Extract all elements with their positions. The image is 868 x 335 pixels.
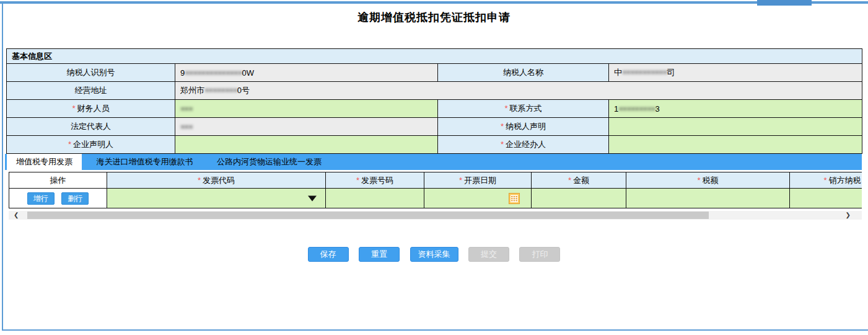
field-taxpayer-id: 9××××××××××××××0W [175,64,438,82]
label-text: 纳税人声明 [506,122,546,131]
required-marker: * [68,140,71,149]
row-operations-cell: 增行 删行 [9,189,107,208]
table-row: *财务人员 ××× *联系方式 1×××××××××3 [7,100,862,118]
required-marker: * [198,176,201,185]
label-text: 联系方式 [510,104,542,113]
label-text: 企业经办人 [506,140,546,149]
delete-row-button[interactable]: 删行 [61,192,89,205]
field-taxpayer-name: 中×××××××××××司 [609,64,862,82]
print-button: 打印 [519,247,560,262]
invoice-number-input[interactable] [326,189,424,208]
action-button-bar: 保存 重置 资料采集 提交 打印 [0,247,868,262]
invoice-data-row: 增行 删行 [9,189,862,208]
dropdown-arrow-icon[interactable] [308,195,317,201]
required-marker: * [823,176,826,185]
field-legal-rep: ××× [175,118,438,136]
tab-road-inland-waterway-freight-invoice[interactable]: 公路内河货物运输业统一发票 [208,154,331,170]
table-row: 法定代表人 ××× *纳税人声明 [7,118,862,136]
col-header-tax-amount: *税额 [626,172,790,189]
value-text: 司 [667,68,675,77]
page-title: 逾期增值税抵扣凭证抵扣申请 [0,10,868,25]
required-marker: * [697,176,700,185]
masked-value: ××× [180,122,193,132]
required-marker: * [501,122,504,131]
invoice-type-tabbar: 增值税专用发票 海关进口增值税专用缴款书 公路内河货物运输业统一发票 [5,154,862,170]
horizontal-scrollbar-thumb[interactable] [27,212,709,219]
required-marker: * [356,176,359,185]
value-text: 中 [614,68,622,77]
label-text: 财务人员 [77,104,110,113]
invoice-header-row: 操作 *发票代码 *发票号码 *开票日期 *金额 *税额 *销方纳税 [9,172,862,189]
label-text: 发票号码 [361,176,393,185]
horizontal-scrollbar[interactable]: ❮ ❯ [9,211,862,220]
table-row: 经营地址 郑州市××××××××0号 [7,82,862,100]
invoice-date-input[interactable] [424,189,532,208]
table-row: 纳税人识别号 9××××××××××××××0W 纳税人名称 中××××××××… [7,64,862,82]
section-title-basic-info: 基本信息区 [7,49,862,64]
col-header-operation: 操作 [9,172,107,189]
bottom-border-line [2,329,868,331]
label-text: 金额 [573,176,589,185]
label-taxpayer-statement: *纳税人声明 [438,118,609,136]
col-header-invoice-code: *发票代码 [107,172,326,189]
label-legal-rep: 法定代表人 [7,118,175,136]
col-header-seller-taxpayer: *销方纳税 [790,172,862,189]
data-collection-button[interactable]: 资料采集 [410,247,458,262]
label-contact: *联系方式 [438,100,609,118]
table-row: *企业声明人 *企业经办人 [7,136,862,154]
masked-value: ××××××××××× [622,68,667,77]
invoice-table-viewport: 操作 *发票代码 *发票号码 *开票日期 *金额 *税额 *销方纳税 增行 删行 [9,172,862,210]
value-text: 3 [655,104,660,114]
label-taxpayer-name: 纳税人名称 [438,64,609,82]
label-text: 发票代码 [203,176,235,185]
tab-customs-import-vat-payment[interactable]: 海关进口增值税专用缴款书 [87,154,202,170]
top-border-line [0,1,868,4]
field-address: 郑州市××××××××0号 [175,82,862,100]
field-finance-person[interactable]: ××× [175,100,438,118]
required-marker: * [459,176,462,185]
reset-button[interactable]: 重置 [359,247,400,262]
field-taxpayer-statement[interactable] [609,118,862,136]
label-company-agent: *企业经办人 [438,136,609,154]
field-company-declarer[interactable] [175,136,438,154]
required-marker: * [72,104,75,113]
masked-value: ×××××××××××××× [185,68,242,78]
scroll-left-icon[interactable]: ❮ [14,211,19,220]
value-text: 0号 [237,86,250,95]
required-marker: * [501,140,504,149]
label-taxpayer-id: 纳税人识别号 [7,64,175,82]
scroll-right-icon[interactable]: ❯ [846,211,851,220]
invoice-table: 操作 *发票代码 *发票号码 *开票日期 *金额 *税额 *销方纳税 增行 删行 [9,172,862,208]
required-marker: * [504,104,507,113]
calendar-icon[interactable] [509,193,520,204]
label-text: 开票日期 [464,176,496,185]
save-button[interactable]: 保存 [308,247,349,262]
field-company-agent[interactable] [609,136,862,154]
label-text: 税额 [703,176,719,185]
label-text: 企业声明人 [73,140,113,149]
value-text: 0W [242,68,255,78]
required-marker: * [568,176,571,185]
masked-value: ××× [180,104,193,114]
seller-taxpayer-input[interactable] [790,189,862,208]
tab-vat-special-invoice[interactable]: 增值税专用发票 [7,154,82,170]
label-company-declarer: *企业声明人 [7,136,175,154]
left-border-line [2,1,3,330]
add-row-button[interactable]: 增行 [27,192,55,205]
value-text: 郑州市 [180,86,204,95]
col-header-invoice-date: *开票日期 [424,172,532,189]
col-header-invoice-number: *发票号码 [326,172,424,189]
masked-value: ×××××××× [204,86,237,95]
field-contact[interactable]: 1×××××××××3 [609,100,862,118]
masked-value: ××××××××× [618,104,655,114]
basic-info-table: 基本信息区 纳税人识别号 9××××××××××××××0W 纳税人名称 中××… [6,48,862,154]
amount-input[interactable] [532,189,626,208]
col-header-amount: *金额 [532,172,626,189]
invoice-code-select[interactable] [107,189,326,208]
label-address: 经营地址 [7,82,175,100]
submit-button: 提交 [468,247,509,262]
label-finance-person: *财务人员 [7,100,175,118]
top-scrollbar-thumb[interactable] [757,0,812,6]
tax-amount-input[interactable] [626,189,790,208]
label-text: 销方纳税 [829,176,861,185]
